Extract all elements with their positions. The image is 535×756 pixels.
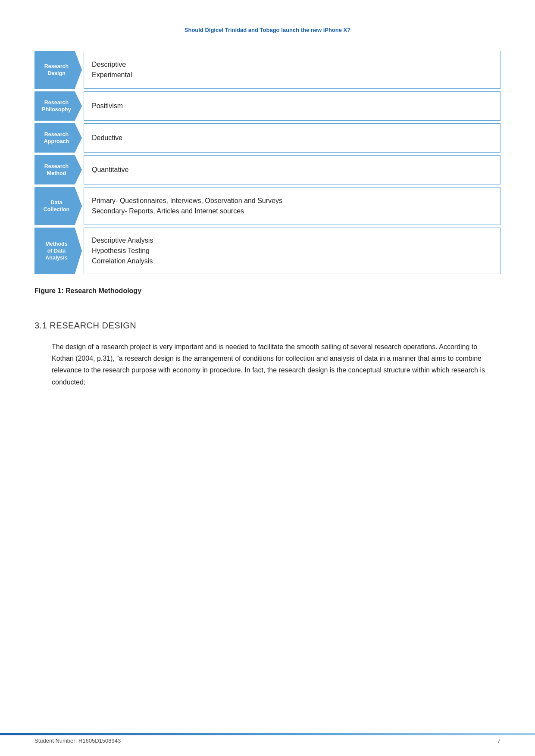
content-line-0-0: Descriptive [92, 59, 492, 70]
content-line-5-0: Descriptive Analysis [92, 235, 492, 246]
content-line-2-0: Deductive [92, 133, 492, 143]
footer-student-number: Student Number: R1605D1508943 [34, 737, 121, 744]
body-paragraph: The design of a research project is very… [52, 341, 501, 388]
figure-caption: Figure 1: Research Methodology [34, 287, 501, 295]
arrow-label-1: ResearchPhilosophy [34, 91, 82, 121]
arrow-label-5: Methodsof DataAnalysis [34, 228, 82, 274]
diagram-row-1: ResearchPhilosophy Positivism [34, 91, 501, 121]
content-box-5: Descriptive Analysis Hypothesis Testing … [84, 228, 501, 274]
content-line-1-0: Positivism [92, 101, 492, 111]
bottom-bar [0, 733, 535, 735]
section-heading: 3.1 RESEARCH DESIGN [34, 321, 501, 331]
content-line-3-0: Quantitative [92, 165, 492, 175]
content-box-0: Descriptive Experimental [84, 51, 501, 89]
arrow-label-3: ResearchMethod [34, 155, 82, 184]
header-title: Should Digicel Trinidad and Tobago launc… [185, 27, 350, 33]
page: Should Digicel Trinidad and Tobago launc… [0, 0, 535, 756]
content-line-4-1: Secondary- Reports, Articles and Interne… [92, 206, 492, 216]
arrow-label-0: ResearchDesign [34, 51, 82, 89]
arrow-label-4: DataCollection [34, 187, 82, 225]
content-box-3: Quantitative [84, 155, 501, 184]
diagram-row-5: Methodsof DataAnalysis Descriptive Analy… [34, 228, 501, 274]
research-methodology-diagram: ResearchDesign Descriptive Experimental … [34, 51, 501, 274]
diagram-row-0: ResearchDesign Descriptive Experimental [34, 51, 501, 89]
content-box-4: Primary- Questionnaires, Interviews, Obs… [84, 187, 501, 225]
diagram-row-2: ResearchApproach Deductive [34, 123, 501, 153]
content-line-4-0: Primary- Questionnaires, Interviews, Obs… [92, 196, 492, 206]
diagram-row-4: DataCollection Primary- Questionnaires, … [34, 187, 501, 225]
content-box-1: Positivism [84, 91, 501, 121]
page-header: Should Digicel Trinidad and Tobago launc… [34, 26, 501, 34]
content-line-0-1: Experimental [92, 70, 492, 80]
arrow-label-2: ResearchApproach [34, 123, 82, 153]
content-line-5-1: Hypothesis Testing [92, 246, 492, 256]
content-box-2: Deductive [84, 123, 501, 153]
footer-page-number: 7 [497, 737, 501, 744]
content-line-5-2: Correlation Analysis [92, 256, 492, 266]
diagram-row-3: ResearchMethod Quantitative [34, 155, 501, 184]
